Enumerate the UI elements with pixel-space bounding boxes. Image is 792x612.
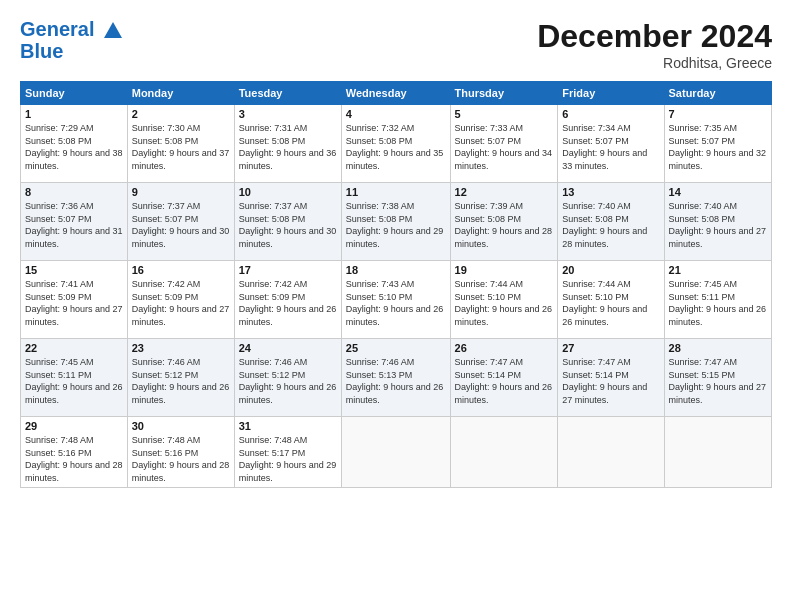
calendar-cell: 1Sunrise: 7:29 AMSunset: 5:08 PMDaylight… bbox=[21, 105, 128, 183]
logo-general: General bbox=[20, 18, 94, 40]
calendar-cell: 30Sunrise: 7:48 AMSunset: 5:16 PMDayligh… bbox=[127, 417, 234, 488]
calendar-cell: 25Sunrise: 7:46 AMSunset: 5:13 PMDayligh… bbox=[341, 339, 450, 417]
day-info: Sunrise: 7:31 AMSunset: 5:08 PMDaylight:… bbox=[239, 122, 337, 172]
calendar-cell: 12Sunrise: 7:39 AMSunset: 5:08 PMDayligh… bbox=[450, 183, 558, 261]
calendar-cell bbox=[341, 417, 450, 488]
day-number: 7 bbox=[669, 108, 767, 120]
calendar-cell: 13Sunrise: 7:40 AMSunset: 5:08 PMDayligh… bbox=[558, 183, 664, 261]
calendar-cell: 21Sunrise: 7:45 AMSunset: 5:11 PMDayligh… bbox=[664, 261, 771, 339]
day-info: Sunrise: 7:37 AMSunset: 5:07 PMDaylight:… bbox=[132, 200, 230, 250]
weekday-header-thursday: Thursday bbox=[450, 82, 558, 105]
weekday-header-friday: Friday bbox=[558, 82, 664, 105]
calendar-cell: 20Sunrise: 7:44 AMSunset: 5:10 PMDayligh… bbox=[558, 261, 664, 339]
day-number: 16 bbox=[132, 264, 230, 276]
weekday-header-saturday: Saturday bbox=[664, 82, 771, 105]
logo-text: General bbox=[20, 18, 124, 42]
day-number: 23 bbox=[132, 342, 230, 354]
day-info: Sunrise: 7:39 AMSunset: 5:08 PMDaylight:… bbox=[455, 200, 554, 250]
calendar-cell: 22Sunrise: 7:45 AMSunset: 5:11 PMDayligh… bbox=[21, 339, 128, 417]
day-number: 13 bbox=[562, 186, 659, 198]
day-number: 14 bbox=[669, 186, 767, 198]
calendar-cell: 3Sunrise: 7:31 AMSunset: 5:08 PMDaylight… bbox=[234, 105, 341, 183]
calendar-header-row: SundayMondayTuesdayWednesdayThursdayFrid… bbox=[21, 82, 772, 105]
day-number: 27 bbox=[562, 342, 659, 354]
day-number: 26 bbox=[455, 342, 554, 354]
day-number: 22 bbox=[25, 342, 123, 354]
logo-blue: Blue bbox=[20, 40, 124, 62]
day-info: Sunrise: 7:48 AMSunset: 5:16 PMDaylight:… bbox=[25, 434, 123, 484]
day-number: 8 bbox=[25, 186, 123, 198]
day-info: Sunrise: 7:45 AMSunset: 5:11 PMDaylight:… bbox=[25, 356, 123, 406]
day-number: 31 bbox=[239, 420, 337, 432]
calendar-cell: 18Sunrise: 7:43 AMSunset: 5:10 PMDayligh… bbox=[341, 261, 450, 339]
calendar-cell: 8Sunrise: 7:36 AMSunset: 5:07 PMDaylight… bbox=[21, 183, 128, 261]
calendar-week-row-5: 29Sunrise: 7:48 AMSunset: 5:16 PMDayligh… bbox=[21, 417, 772, 488]
day-info: Sunrise: 7:29 AMSunset: 5:08 PMDaylight:… bbox=[25, 122, 123, 172]
weekday-header-monday: Monday bbox=[127, 82, 234, 105]
header: General Blue December 2024 Rodhitsa, Gre… bbox=[20, 18, 772, 71]
calendar-cell: 9Sunrise: 7:37 AMSunset: 5:07 PMDaylight… bbox=[127, 183, 234, 261]
calendar-cell: 11Sunrise: 7:38 AMSunset: 5:08 PMDayligh… bbox=[341, 183, 450, 261]
calendar-cell: 10Sunrise: 7:37 AMSunset: 5:08 PMDayligh… bbox=[234, 183, 341, 261]
day-info: Sunrise: 7:47 AMSunset: 5:14 PMDaylight:… bbox=[455, 356, 554, 406]
weekday-header-sunday: Sunday bbox=[21, 82, 128, 105]
day-info: Sunrise: 7:48 AMSunset: 5:16 PMDaylight:… bbox=[132, 434, 230, 484]
day-info: Sunrise: 7:44 AMSunset: 5:10 PMDaylight:… bbox=[562, 278, 659, 328]
day-info: Sunrise: 7:38 AMSunset: 5:08 PMDaylight:… bbox=[346, 200, 446, 250]
day-number: 28 bbox=[669, 342, 767, 354]
day-number: 9 bbox=[132, 186, 230, 198]
day-info: Sunrise: 7:33 AMSunset: 5:07 PMDaylight:… bbox=[455, 122, 554, 172]
day-info: Sunrise: 7:43 AMSunset: 5:10 PMDaylight:… bbox=[346, 278, 446, 328]
day-number: 21 bbox=[669, 264, 767, 276]
day-number: 11 bbox=[346, 186, 446, 198]
day-info: Sunrise: 7:47 AMSunset: 5:15 PMDaylight:… bbox=[669, 356, 767, 406]
day-info: Sunrise: 7:45 AMSunset: 5:11 PMDaylight:… bbox=[669, 278, 767, 328]
calendar-week-row-1: 1Sunrise: 7:29 AMSunset: 5:08 PMDaylight… bbox=[21, 105, 772, 183]
calendar-cell: 28Sunrise: 7:47 AMSunset: 5:15 PMDayligh… bbox=[664, 339, 771, 417]
day-info: Sunrise: 7:48 AMSunset: 5:17 PMDaylight:… bbox=[239, 434, 337, 484]
day-info: Sunrise: 7:46 AMSunset: 5:13 PMDaylight:… bbox=[346, 356, 446, 406]
calendar-cell bbox=[450, 417, 558, 488]
day-number: 17 bbox=[239, 264, 337, 276]
day-info: Sunrise: 7:42 AMSunset: 5:09 PMDaylight:… bbox=[239, 278, 337, 328]
calendar-cell: 5Sunrise: 7:33 AMSunset: 5:07 PMDaylight… bbox=[450, 105, 558, 183]
month-title: December 2024 bbox=[537, 18, 772, 55]
day-info: Sunrise: 7:34 AMSunset: 5:07 PMDaylight:… bbox=[562, 122, 659, 172]
day-number: 24 bbox=[239, 342, 337, 354]
day-number: 18 bbox=[346, 264, 446, 276]
calendar-cell bbox=[664, 417, 771, 488]
calendar-cell: 15Sunrise: 7:41 AMSunset: 5:09 PMDayligh… bbox=[21, 261, 128, 339]
day-number: 19 bbox=[455, 264, 554, 276]
calendar-cell: 7Sunrise: 7:35 AMSunset: 5:07 PMDaylight… bbox=[664, 105, 771, 183]
title-block: December 2024 Rodhitsa, Greece bbox=[537, 18, 772, 71]
day-info: Sunrise: 7:47 AMSunset: 5:14 PMDaylight:… bbox=[562, 356, 659, 406]
day-number: 4 bbox=[346, 108, 446, 120]
logo: General Blue bbox=[20, 18, 124, 62]
day-number: 30 bbox=[132, 420, 230, 432]
calendar-cell: 23Sunrise: 7:46 AMSunset: 5:12 PMDayligh… bbox=[127, 339, 234, 417]
calendar-cell: 14Sunrise: 7:40 AMSunset: 5:08 PMDayligh… bbox=[664, 183, 771, 261]
day-number: 5 bbox=[455, 108, 554, 120]
calendar-week-row-3: 15Sunrise: 7:41 AMSunset: 5:09 PMDayligh… bbox=[21, 261, 772, 339]
day-number: 2 bbox=[132, 108, 230, 120]
day-info: Sunrise: 7:41 AMSunset: 5:09 PMDaylight:… bbox=[25, 278, 123, 328]
day-number: 25 bbox=[346, 342, 446, 354]
weekday-header-wednesday: Wednesday bbox=[341, 82, 450, 105]
day-info: Sunrise: 7:37 AMSunset: 5:08 PMDaylight:… bbox=[239, 200, 337, 250]
calendar-cell: 19Sunrise: 7:44 AMSunset: 5:10 PMDayligh… bbox=[450, 261, 558, 339]
day-info: Sunrise: 7:42 AMSunset: 5:09 PMDaylight:… bbox=[132, 278, 230, 328]
day-number: 1 bbox=[25, 108, 123, 120]
day-number: 12 bbox=[455, 186, 554, 198]
location: Rodhitsa, Greece bbox=[537, 55, 772, 71]
calendar-cell: 17Sunrise: 7:42 AMSunset: 5:09 PMDayligh… bbox=[234, 261, 341, 339]
day-number: 20 bbox=[562, 264, 659, 276]
day-info: Sunrise: 7:44 AMSunset: 5:10 PMDaylight:… bbox=[455, 278, 554, 328]
day-info: Sunrise: 7:32 AMSunset: 5:08 PMDaylight:… bbox=[346, 122, 446, 172]
svg-marker-0 bbox=[104, 22, 122, 38]
calendar-cell: 2Sunrise: 7:30 AMSunset: 5:08 PMDaylight… bbox=[127, 105, 234, 183]
calendar-cell: 24Sunrise: 7:46 AMSunset: 5:12 PMDayligh… bbox=[234, 339, 341, 417]
day-info: Sunrise: 7:40 AMSunset: 5:08 PMDaylight:… bbox=[562, 200, 659, 250]
day-info: Sunrise: 7:46 AMSunset: 5:12 PMDaylight:… bbox=[132, 356, 230, 406]
calendar-cell bbox=[558, 417, 664, 488]
calendar-week-row-2: 8Sunrise: 7:36 AMSunset: 5:07 PMDaylight… bbox=[21, 183, 772, 261]
